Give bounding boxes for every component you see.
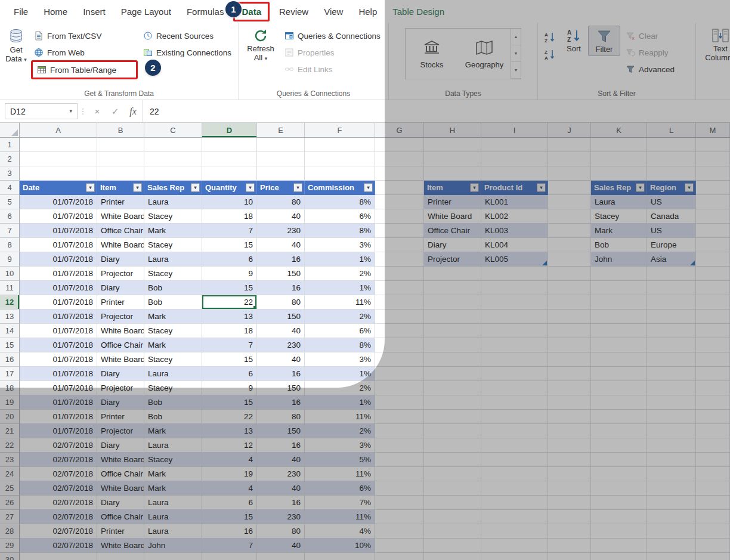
cell-J29[interactable] [548, 539, 591, 553]
cell-A21[interactable]: 01/07/2018 [20, 424, 97, 438]
row-header-18[interactable]: 18 [0, 381, 20, 395]
cell-E21[interactable]: 150 [257, 424, 305, 438]
cell-I18[interactable] [481, 381, 548, 395]
cell-C11[interactable]: Bob [144, 281, 202, 295]
cell-B24[interactable]: Office Chair [97, 467, 144, 481]
cell-K19[interactable] [591, 395, 647, 410]
cell-K23[interactable] [591, 453, 647, 467]
cell-F15[interactable]: 8% [305, 338, 375, 352]
cell-G6[interactable] [375, 209, 424, 224]
cell-I19[interactable] [481, 395, 548, 410]
cell-I13[interactable] [481, 310, 548, 324]
select-all-corner[interactable] [0, 123, 20, 138]
cell-M30[interactable] [696, 553, 730, 560]
cell-M6[interactable] [696, 209, 730, 224]
cell-A11[interactable]: 01/07/2018 [20, 281, 97, 295]
cell-E8[interactable]: 40 [257, 238, 305, 252]
column-header-K[interactable]: K [591, 123, 647, 138]
cell-G17[interactable] [375, 367, 424, 381]
filter-dropdown-button-E4[interactable]: ▾ [293, 183, 302, 192]
cell-D12[interactable]: 22 [202, 295, 257, 310]
cell-E14[interactable]: 40 [257, 324, 305, 338]
cell-H20[interactable] [424, 410, 481, 424]
cell-B2[interactable] [97, 152, 144, 166]
edit-links-button[interactable]: Edit Links [282, 61, 383, 77]
cell-B25[interactable]: White Board [97, 481, 144, 496]
cell-M7[interactable] [696, 224, 730, 238]
cell-E23[interactable]: 40 [257, 453, 305, 467]
cell-J18[interactable] [548, 381, 591, 395]
cell-I14[interactable] [481, 324, 548, 338]
cell-D4[interactable]: Quantity▾ [202, 181, 257, 195]
cell-B14[interactable]: White Board [97, 324, 144, 338]
cell-J30[interactable] [548, 553, 591, 560]
cell-K1[interactable] [591, 138, 647, 152]
cell-K30[interactable] [591, 553, 647, 560]
cell-B11[interactable]: Diary [97, 281, 144, 295]
cell-A25[interactable]: 02/07/2018 [20, 481, 97, 496]
cell-C8[interactable]: Stacey [144, 238, 202, 252]
cell-J12[interactable] [548, 295, 591, 310]
cell-C27[interactable]: Laura [144, 510, 202, 524]
cell-M10[interactable] [696, 267, 730, 281]
cell-L27[interactable] [647, 510, 696, 524]
cell-J10[interactable] [548, 267, 591, 281]
cell-F23[interactable]: 5% [305, 453, 375, 467]
cell-B22[interactable]: Diary [97, 438, 144, 453]
refresh-all-button[interactable]: Refresh All ▾ [242, 26, 279, 64]
cell-J24[interactable] [548, 467, 591, 481]
cell-H19[interactable] [424, 395, 481, 410]
cell-L16[interactable] [647, 352, 696, 367]
row-header-1[interactable]: 1 [0, 138, 20, 152]
cell-F30[interactable] [305, 553, 375, 560]
existing-connections-button[interactable]: Existing Connections [140, 45, 234, 60]
cell-J13[interactable] [548, 310, 591, 324]
cell-E9[interactable]: 16 [257, 252, 305, 267]
cell-L2[interactable] [647, 152, 696, 166]
cell-C18[interactable]: Stacey [144, 381, 202, 395]
cell-K24[interactable] [591, 467, 647, 481]
cell-A14[interactable]: 01/07/2018 [20, 324, 97, 338]
cell-G13[interactable] [375, 310, 424, 324]
cell-B30[interactable] [97, 553, 144, 560]
cell-J27[interactable] [548, 510, 591, 524]
cell-E13[interactable]: 150 [257, 310, 305, 324]
cell-M8[interactable] [696, 238, 730, 252]
cell-F25[interactable]: 6% [305, 481, 375, 496]
cell-F29[interactable]: 10% [305, 539, 375, 553]
cell-D17[interactable]: 6 [202, 367, 257, 381]
cell-C3[interactable] [144, 166, 202, 181]
row-header-19[interactable]: 19 [0, 395, 20, 410]
cell-C23[interactable]: Stacey [144, 453, 202, 467]
cell-L15[interactable] [647, 338, 696, 352]
cell-M4[interactable] [696, 181, 730, 195]
cell-G16[interactable] [375, 352, 424, 367]
cell-I16[interactable] [481, 352, 548, 367]
cell-B19[interactable]: Diary [97, 395, 144, 410]
cell-H8[interactable]: Diary [424, 238, 481, 252]
cell-G5[interactable] [375, 195, 424, 209]
cell-C25[interactable]: Mark [144, 481, 202, 496]
cell-D26[interactable]: 6 [202, 496, 257, 510]
cell-B26[interactable]: Diary [97, 496, 144, 510]
cell-L21[interactable] [647, 424, 696, 438]
cell-E1[interactable] [257, 138, 305, 152]
tab-help[interactable]: Help [351, 0, 385, 23]
column-header-C[interactable]: C [144, 123, 202, 138]
cell-A20[interactable]: 01/07/2018 [20, 410, 97, 424]
cell-A29[interactable]: 02/07/2018 [20, 539, 97, 553]
cell-F16[interactable]: 3% [305, 352, 375, 367]
cell-B6[interactable]: White Board [97, 209, 144, 224]
row-header-30[interactable]: 30 [0, 553, 20, 560]
tab-table-design[interactable]: Table Design [385, 0, 452, 23]
cell-J15[interactable] [548, 338, 591, 352]
cell-G15[interactable] [375, 338, 424, 352]
cell-F13[interactable]: 2% [305, 310, 375, 324]
cell-M26[interactable] [696, 496, 730, 510]
cell-I23[interactable] [481, 453, 548, 467]
cell-F18[interactable]: 2% [305, 381, 375, 395]
cell-K11[interactable] [591, 281, 647, 295]
cell-M12[interactable] [696, 295, 730, 310]
cell-G29[interactable] [375, 539, 424, 553]
queries-connections-button[interactable]: Queries & Connections [282, 28, 383, 44]
